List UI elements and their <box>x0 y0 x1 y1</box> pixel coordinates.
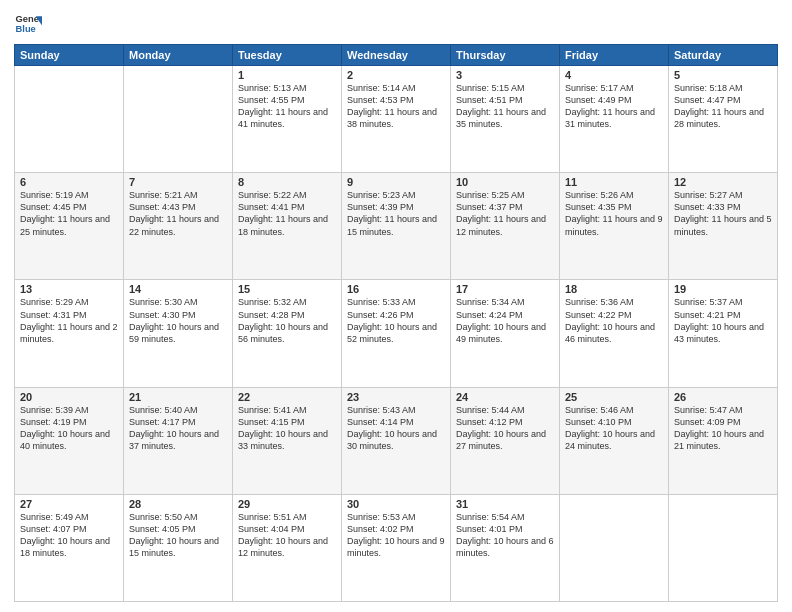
day-info: Sunrise: 5:44 AM Sunset: 4:12 PM Dayligh… <box>456 404 554 453</box>
day-header-monday: Monday <box>124 45 233 66</box>
day-number: 2 <box>347 69 445 81</box>
day-number: 18 <box>565 283 663 295</box>
calendar-cell: 5Sunrise: 5:18 AM Sunset: 4:47 PM Daylig… <box>669 66 778 173</box>
day-number: 12 <box>674 176 772 188</box>
logo-icon: General Blue <box>14 10 42 38</box>
day-header-saturday: Saturday <box>669 45 778 66</box>
day-info: Sunrise: 5:46 AM Sunset: 4:10 PM Dayligh… <box>565 404 663 453</box>
day-number: 10 <box>456 176 554 188</box>
calendar-cell: 8Sunrise: 5:22 AM Sunset: 4:41 PM Daylig… <box>233 173 342 280</box>
day-number: 30 <box>347 498 445 510</box>
day-info: Sunrise: 5:23 AM Sunset: 4:39 PM Dayligh… <box>347 189 445 238</box>
calendar-cell <box>15 66 124 173</box>
calendar-cell: 30Sunrise: 5:53 AM Sunset: 4:02 PM Dayli… <box>342 494 451 601</box>
day-number: 22 <box>238 391 336 403</box>
calendar-cell: 16Sunrise: 5:33 AM Sunset: 4:26 PM Dayli… <box>342 280 451 387</box>
day-number: 26 <box>674 391 772 403</box>
day-number: 14 <box>129 283 227 295</box>
day-info: Sunrise: 5:36 AM Sunset: 4:22 PM Dayligh… <box>565 296 663 345</box>
day-number: 23 <box>347 391 445 403</box>
header: General Blue <box>14 10 778 38</box>
day-info: Sunrise: 5:39 AM Sunset: 4:19 PM Dayligh… <box>20 404 118 453</box>
calendar-cell: 21Sunrise: 5:40 AM Sunset: 4:17 PM Dayli… <box>124 387 233 494</box>
calendar-cell: 2Sunrise: 5:14 AM Sunset: 4:53 PM Daylig… <box>342 66 451 173</box>
day-header-sunday: Sunday <box>15 45 124 66</box>
day-number: 31 <box>456 498 554 510</box>
day-info: Sunrise: 5:37 AM Sunset: 4:21 PM Dayligh… <box>674 296 772 345</box>
day-info: Sunrise: 5:47 AM Sunset: 4:09 PM Dayligh… <box>674 404 772 453</box>
day-info: Sunrise: 5:22 AM Sunset: 4:41 PM Dayligh… <box>238 189 336 238</box>
calendar-cell: 13Sunrise: 5:29 AM Sunset: 4:31 PM Dayli… <box>15 280 124 387</box>
calendar-cell <box>560 494 669 601</box>
day-number: 9 <box>347 176 445 188</box>
day-number: 29 <box>238 498 336 510</box>
calendar-cell: 11Sunrise: 5:26 AM Sunset: 4:35 PM Dayli… <box>560 173 669 280</box>
day-header-friday: Friday <box>560 45 669 66</box>
week-row-1: 1Sunrise: 5:13 AM Sunset: 4:55 PM Daylig… <box>15 66 778 173</box>
calendar-cell: 20Sunrise: 5:39 AM Sunset: 4:19 PM Dayli… <box>15 387 124 494</box>
week-row-4: 20Sunrise: 5:39 AM Sunset: 4:19 PM Dayli… <box>15 387 778 494</box>
day-info: Sunrise: 5:49 AM Sunset: 4:07 PM Dayligh… <box>20 511 118 560</box>
calendar-cell: 25Sunrise: 5:46 AM Sunset: 4:10 PM Dayli… <box>560 387 669 494</box>
calendar-cell: 29Sunrise: 5:51 AM Sunset: 4:04 PM Dayli… <box>233 494 342 601</box>
calendar-cell <box>124 66 233 173</box>
day-info: Sunrise: 5:29 AM Sunset: 4:31 PM Dayligh… <box>20 296 118 345</box>
calendar-cell: 19Sunrise: 5:37 AM Sunset: 4:21 PM Dayli… <box>669 280 778 387</box>
calendar-cell: 14Sunrise: 5:30 AM Sunset: 4:30 PM Dayli… <box>124 280 233 387</box>
day-info: Sunrise: 5:21 AM Sunset: 4:43 PM Dayligh… <box>129 189 227 238</box>
day-info: Sunrise: 5:30 AM Sunset: 4:30 PM Dayligh… <box>129 296 227 345</box>
day-info: Sunrise: 5:17 AM Sunset: 4:49 PM Dayligh… <box>565 82 663 131</box>
day-info: Sunrise: 5:26 AM Sunset: 4:35 PM Dayligh… <box>565 189 663 238</box>
calendar-cell: 24Sunrise: 5:44 AM Sunset: 4:12 PM Dayli… <box>451 387 560 494</box>
day-info: Sunrise: 5:15 AM Sunset: 4:51 PM Dayligh… <box>456 82 554 131</box>
day-info: Sunrise: 5:40 AM Sunset: 4:17 PM Dayligh… <box>129 404 227 453</box>
calendar-cell: 28Sunrise: 5:50 AM Sunset: 4:05 PM Dayli… <box>124 494 233 601</box>
day-number: 13 <box>20 283 118 295</box>
calendar-cell: 7Sunrise: 5:21 AM Sunset: 4:43 PM Daylig… <box>124 173 233 280</box>
day-info: Sunrise: 5:43 AM Sunset: 4:14 PM Dayligh… <box>347 404 445 453</box>
day-number: 11 <box>565 176 663 188</box>
day-number: 19 <box>674 283 772 295</box>
calendar-cell: 26Sunrise: 5:47 AM Sunset: 4:09 PM Dayli… <box>669 387 778 494</box>
day-number: 21 <box>129 391 227 403</box>
week-row-5: 27Sunrise: 5:49 AM Sunset: 4:07 PM Dayli… <box>15 494 778 601</box>
day-number: 7 <box>129 176 227 188</box>
day-info: Sunrise: 5:53 AM Sunset: 4:02 PM Dayligh… <box>347 511 445 560</box>
calendar-cell: 10Sunrise: 5:25 AM Sunset: 4:37 PM Dayli… <box>451 173 560 280</box>
day-info: Sunrise: 5:41 AM Sunset: 4:15 PM Dayligh… <box>238 404 336 453</box>
calendar-cell: 9Sunrise: 5:23 AM Sunset: 4:39 PM Daylig… <box>342 173 451 280</box>
day-info: Sunrise: 5:54 AM Sunset: 4:01 PM Dayligh… <box>456 511 554 560</box>
calendar-cell: 22Sunrise: 5:41 AM Sunset: 4:15 PM Dayli… <box>233 387 342 494</box>
days-header-row: SundayMondayTuesdayWednesdayThursdayFrid… <box>15 45 778 66</box>
day-number: 28 <box>129 498 227 510</box>
calendar-cell: 23Sunrise: 5:43 AM Sunset: 4:14 PM Dayli… <box>342 387 451 494</box>
day-header-thursday: Thursday <box>451 45 560 66</box>
day-info: Sunrise: 5:51 AM Sunset: 4:04 PM Dayligh… <box>238 511 336 560</box>
day-number: 16 <box>347 283 445 295</box>
day-number: 17 <box>456 283 554 295</box>
calendar-cell: 4Sunrise: 5:17 AM Sunset: 4:49 PM Daylig… <box>560 66 669 173</box>
calendar-page: General Blue SundayMondayTuesdayWednesda… <box>0 0 792 612</box>
day-info: Sunrise: 5:33 AM Sunset: 4:26 PM Dayligh… <box>347 296 445 345</box>
day-number: 27 <box>20 498 118 510</box>
day-number: 1 <box>238 69 336 81</box>
day-number: 15 <box>238 283 336 295</box>
day-info: Sunrise: 5:34 AM Sunset: 4:24 PM Dayligh… <box>456 296 554 345</box>
day-info: Sunrise: 5:13 AM Sunset: 4:55 PM Dayligh… <box>238 82 336 131</box>
day-number: 3 <box>456 69 554 81</box>
day-info: Sunrise: 5:50 AM Sunset: 4:05 PM Dayligh… <box>129 511 227 560</box>
day-header-wednesday: Wednesday <box>342 45 451 66</box>
calendar-cell: 12Sunrise: 5:27 AM Sunset: 4:33 PM Dayli… <box>669 173 778 280</box>
day-header-tuesday: Tuesday <box>233 45 342 66</box>
day-number: 24 <box>456 391 554 403</box>
calendar-cell: 1Sunrise: 5:13 AM Sunset: 4:55 PM Daylig… <box>233 66 342 173</box>
day-info: Sunrise: 5:27 AM Sunset: 4:33 PM Dayligh… <box>674 189 772 238</box>
day-number: 5 <box>674 69 772 81</box>
day-number: 8 <box>238 176 336 188</box>
svg-text:Blue: Blue <box>16 24 36 34</box>
day-info: Sunrise: 5:25 AM Sunset: 4:37 PM Dayligh… <box>456 189 554 238</box>
calendar-table: SundayMondayTuesdayWednesdayThursdayFrid… <box>14 44 778 602</box>
day-info: Sunrise: 5:19 AM Sunset: 4:45 PM Dayligh… <box>20 189 118 238</box>
calendar-cell: 27Sunrise: 5:49 AM Sunset: 4:07 PM Dayli… <box>15 494 124 601</box>
calendar-cell: 17Sunrise: 5:34 AM Sunset: 4:24 PM Dayli… <box>451 280 560 387</box>
